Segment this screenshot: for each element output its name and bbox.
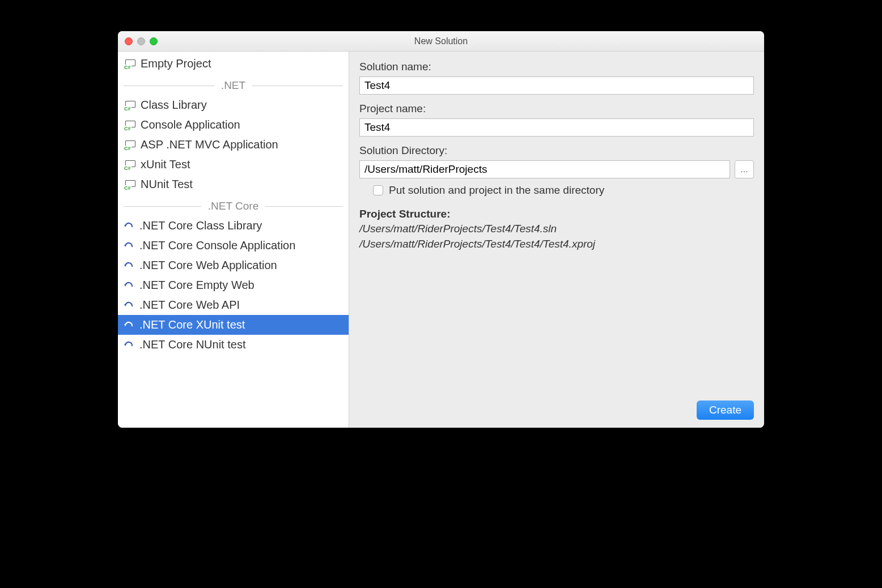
project-name-input[interactable]: [359, 118, 754, 137]
same-dir-label: Put solution and project in the same dir…: [389, 184, 604, 197]
titlebar: New Solution: [118, 31, 764, 52]
template-item-label: Class Library: [141, 99, 207, 112]
solution-dir-label: Solution Directory:: [359, 144, 754, 157]
zoom-icon[interactable]: [150, 37, 158, 45]
dotnet-core-icon: [124, 340, 135, 350]
form-panel: Solution name: Project name: Solution Di…: [349, 52, 764, 428]
template-item-label: .NET Core XUnit test: [139, 318, 245, 331]
template-item[interactable]: .NET Core Class Library: [118, 216, 349, 236]
project-name-label: Project name:: [359, 103, 754, 115]
template-item-label: .NET Core NUnit test: [139, 338, 245, 351]
solution-name-label: Solution name:: [359, 61, 754, 73]
csharp-project-icon: [124, 140, 136, 150]
template-item[interactable]: Console Application: [118, 115, 349, 135]
template-item[interactable]: .NET Core XUnit test: [118, 315, 349, 335]
template-item-label: NUnit Test: [141, 178, 193, 191]
minimize-icon[interactable]: [137, 37, 145, 45]
csharp-project-icon: [124, 100, 136, 110]
csharp-project-icon: [124, 160, 136, 170]
project-structure-path: /Users/matt/RiderProjects/Test4/Test4.sl…: [359, 221, 754, 237]
divider: [252, 86, 343, 86]
divider: [124, 86, 214, 86]
csharp-project-icon: [124, 120, 136, 130]
dotnet-core-icon: [124, 261, 135, 271]
section-header: .NET: [118, 76, 349, 95]
template-item-label: ASP .NET MVC Application: [141, 138, 278, 151]
dotnet-core-icon: [124, 280, 135, 291]
template-item-label: xUnit Test: [141, 158, 190, 171]
window-title: New Solution: [118, 36, 764, 46]
template-item[interactable]: ASP .NET MVC Application: [118, 135, 349, 155]
close-icon[interactable]: [125, 37, 133, 45]
divider: [265, 206, 343, 207]
dotnet-core-icon: [124, 241, 135, 251]
template-item[interactable]: .NET Core Console Application: [118, 236, 349, 255]
same-dir-checkbox[interactable]: [373, 185, 383, 195]
dialog-body: Empty Project .NET Class Library Console…: [118, 52, 764, 428]
project-structure-path: /Users/matt/RiderProjects/Test4/Test4/Te…: [359, 237, 754, 252]
template-item[interactable]: Class Library: [118, 95, 349, 115]
template-item[interactable]: .NET Core Web Application: [118, 255, 349, 275]
template-item[interactable]: .NET Core Web API: [118, 295, 349, 315]
template-item-label: .NET Core Class Library: [139, 219, 262, 232]
solution-dir-input[interactable]: [359, 160, 730, 178]
create-button[interactable]: Create: [697, 400, 754, 420]
new-solution-window: New Solution Empty Project .NET Class Li…: [118, 31, 764, 428]
divider: [124, 206, 201, 207]
dotnet-core-icon: [124, 300, 135, 310]
template-item-label: .NET Core Empty Web: [139, 279, 255, 292]
browse-button[interactable]: ...: [735, 160, 754, 178]
section-label: .NET: [214, 79, 252, 92]
dotnet-core-icon: [124, 221, 135, 231]
csharp-project-icon: [124, 59, 136, 69]
template-item-label: .NET Core Console Application: [139, 239, 295, 252]
dotnet-core-icon: [124, 320, 135, 330]
csharp-project-icon: [124, 180, 136, 190]
template-item-label: Empty Project: [141, 57, 211, 70]
template-item[interactable]: NUnit Test: [118, 174, 349, 194]
section-label: .NET Core: [201, 200, 265, 212]
template-item[interactable]: xUnit Test: [118, 155, 349, 174]
template-item[interactable]: .NET Core NUnit test: [118, 335, 349, 355]
section-header: .NET Core: [118, 197, 349, 216]
template-item-label: Console Application: [141, 118, 240, 131]
window-controls: [118, 37, 158, 45]
template-item-label: .NET Core Web API: [139, 299, 240, 312]
template-item-label: .NET Core Web Application: [139, 259, 277, 272]
template-sidebar: Empty Project .NET Class Library Console…: [118, 52, 349, 428]
project-structure-heading: Project Structure:: [359, 208, 754, 220]
template-item[interactable]: Empty Project: [118, 54, 349, 74]
solution-name-input[interactable]: [359, 76, 754, 95]
template-item[interactable]: .NET Core Empty Web: [118, 275, 349, 295]
